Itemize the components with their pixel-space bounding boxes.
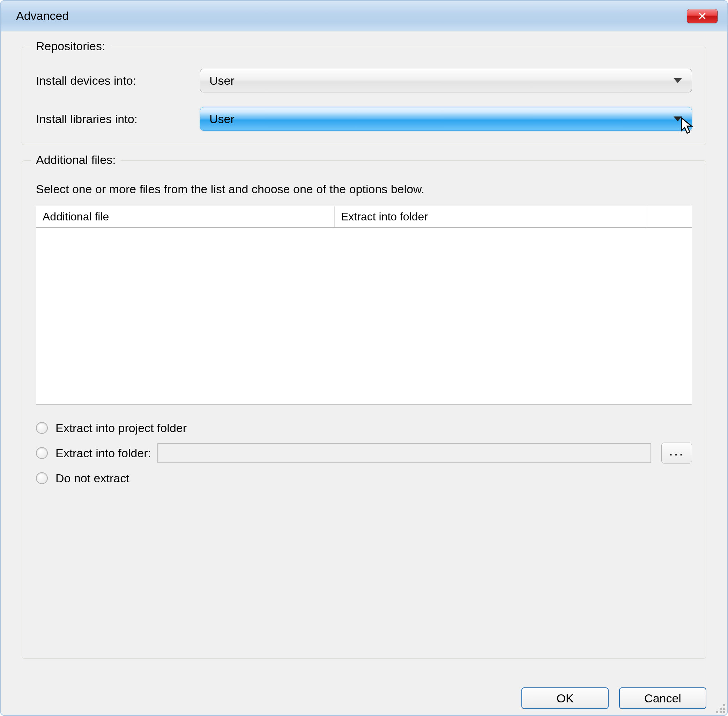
install-devices-label: Install devices into: (36, 74, 200, 88)
extract-folder-input[interactable] (157, 443, 651, 463)
install-devices-dropdown[interactable]: User (200, 69, 692, 93)
option-do-not-extract[interactable]: Do not extract (36, 467, 692, 489)
install-libraries-row: Install libraries into: User (36, 107, 692, 131)
repositories-legend: Repositories: (31, 39, 110, 53)
radio-icon (36, 472, 48, 484)
option-extract-project-label: Extract into project folder (55, 421, 187, 435)
resize-grip[interactable] (713, 701, 725, 713)
content-area: Repositories: Install devices into: User… (1, 31, 727, 681)
browse-button[interactable]: ... (661, 443, 692, 464)
option-do-not-extract-label: Do not extract (55, 472, 129, 485)
option-extract-project[interactable]: Extract into project folder (36, 417, 692, 439)
ok-button-label: OK (556, 692, 573, 705)
option-extract-folder[interactable]: Extract into folder: ... (36, 442, 692, 464)
additional-files-legend: Additional files: (31, 153, 121, 167)
advanced-dialog: Advanced Repositories: Install devices i… (0, 0, 728, 716)
table-body[interactable] (36, 228, 692, 404)
close-button[interactable] (687, 9, 717, 23)
titlebar: Advanced (1, 1, 727, 31)
repositories-group: Repositories: Install devices into: User… (22, 47, 706, 145)
install-libraries-label: Install libraries into: (36, 112, 200, 126)
additional-files-group: Additional files: Select one or more fil… (22, 161, 706, 659)
install-devices-value: User (210, 74, 234, 88)
chevron-down-icon (673, 117, 682, 121)
cancel-button[interactable]: Cancel (619, 687, 706, 709)
column-spacer (646, 206, 692, 227)
option-extract-folder-label: Extract into folder: (55, 446, 151, 460)
window-title: Advanced (16, 9, 69, 23)
install-libraries-dropdown[interactable]: User (200, 107, 692, 131)
additional-files-table[interactable]: Additional file Extract into folder (36, 206, 692, 405)
install-devices-row: Install devices into: User (36, 69, 692, 93)
cancel-button-label: Cancel (644, 692, 681, 705)
browse-button-label: ... (669, 444, 684, 459)
radio-icon (36, 422, 48, 434)
chevron-down-icon (673, 78, 682, 83)
install-libraries-value: User (210, 112, 234, 126)
radio-icon (36, 447, 48, 459)
close-icon (698, 12, 707, 21)
table-header: Additional file Extract into folder (36, 206, 692, 228)
column-extract-folder[interactable]: Extract into folder (335, 206, 646, 227)
dialog-footer: OK Cancel (1, 681, 727, 715)
column-additional-file[interactable]: Additional file (36, 206, 335, 227)
additional-files-instruction: Select one or more files from the list a… (36, 182, 692, 196)
ok-button[interactable]: OK (521, 687, 609, 709)
